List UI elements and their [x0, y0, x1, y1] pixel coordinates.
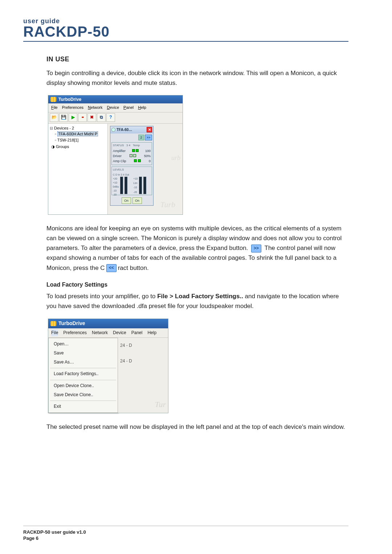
mute-button-3[interactable]: On — [122, 197, 131, 204]
driver-label: Driver — [113, 153, 122, 159]
menu-separator — [50, 380, 116, 380]
doc-title: RACKDP-50 — [23, 24, 348, 39]
side-value-0: 24 - D — [118, 338, 168, 353]
monicon-titlebar[interactable]: TFA-60… ✕ — [110, 126, 153, 134]
menu-panel[interactable]: Panel — [123, 104, 134, 111]
menu-item-load-factory[interactable]: Load Factory Settings.. — [49, 369, 118, 378]
doc-header: user guide RACKDP-50 — [23, 17, 348, 42]
menu-item-exit[interactable]: Exit — [49, 402, 118, 411]
close-icon[interactable]: ✕ — [147, 127, 152, 132]
play-icon[interactable]: ▶ — [69, 113, 77, 122]
app-logo-icon — [50, 321, 56, 326]
menu-preferences[interactable]: Preferences — [62, 104, 83, 111]
window-title: TurboDrive — [58, 96, 81, 103]
menu-device[interactable]: Device — [107, 104, 119, 111]
menu-panel[interactable]: Panel — [131, 329, 143, 336]
menu-file[interactable]: File — [51, 329, 58, 336]
menu-item-open-clone[interactable]: Open Device Clone.. — [49, 381, 118, 390]
disconnect-icon[interactable]: ✖ — [87, 113, 96, 122]
paragraph-monicons: Monicons are ideal for keeping an eye on… — [46, 223, 348, 273]
paragraph-load: To load presets into your amplifier, go … — [46, 291, 348, 311]
menu-item-save-as[interactable]: Save As… — [49, 358, 118, 367]
toolbar: 📂 💾 ▶ •• ✖ ⧉ ? — [48, 112, 183, 124]
paragraph-intro: To begin controlling a device, double cl… — [46, 68, 348, 88]
window-titlebar[interactable]: TurboDrive — [48, 95, 183, 103]
menu-item-save[interactable]: Save — [49, 349, 118, 358]
level-bar-out-3 — [139, 177, 142, 194]
subsection-load-factory: Load Factory Settings — [46, 280, 348, 290]
file-dropdown[interactable]: Open… Save Save As… Load Factory Setting… — [48, 338, 118, 413]
device-tree[interactable]: Devices - 2 TFA-600H Act Midhl P TSW-218… — [48, 124, 108, 214]
menu-file[interactable]: File — [51, 104, 58, 111]
menu-preferences[interactable]: Preferences — [63, 329, 87, 336]
workspace-canvas: urb Turb TFA-60… ✕ 2 >> — [108, 124, 183, 214]
clip-label: Amp Clip — [113, 159, 126, 164]
watermark-text: Tur — [155, 398, 166, 411]
monicon-window[interactable]: TFA-60… ✕ 2 >> STATUS 3 4 Temp Amplifier… — [110, 126, 154, 206]
help-icon[interactable]: ? — [106, 113, 115, 122]
levels-panel: LEVELS C D In 3 4 Out +20 +10 0dBu -10 -… — [111, 167, 152, 195]
watermark-text: urb — [171, 153, 180, 163]
menu-separator — [50, 368, 116, 368]
menu-network[interactable]: Network — [92, 329, 108, 336]
contract-button-icon: << — [106, 264, 117, 272]
amp-label: Amplifier — [113, 148, 126, 153]
menu-help[interactable]: Help — [147, 329, 156, 336]
mute-button-4[interactable]: On — [132, 197, 142, 204]
menu-bar[interactable]: File Preferences Network Device Panel He… — [48, 328, 168, 338]
open-icon[interactable]: 📂 — [50, 113, 58, 122]
level-bar-in-c — [120, 177, 123, 194]
layers-icon[interactable]: ⧉ — [97, 113, 106, 122]
connect-icon[interactable]: •• — [78, 113, 87, 122]
menu-help[interactable]: Help — [138, 104, 146, 111]
menu-separator — [50, 401, 116, 401]
menu-item-open[interactable]: Open… — [49, 340, 118, 349]
section-in-use: IN USE — [46, 54, 348, 65]
expand-button-icon: >> — [251, 245, 261, 253]
monicon-page-number[interactable]: 2 — [138, 135, 144, 140]
menu-device[interactable]: Device — [113, 329, 126, 336]
paragraph-selected: The selected preset name will now be dis… — [46, 422, 348, 432]
status-panel: STATUS 3 4 Temp Amplifier 100 Driver 50%… — [111, 142, 152, 165]
page-footer: RACKDP-50 user guide v1.0 Page 6 — [23, 526, 348, 542]
status-led-icon — [111, 128, 115, 132]
screenshot-file-menu: TurboDrive File Preferences Network Devi… — [48, 319, 168, 414]
level-bar-in-d — [124, 177, 127, 194]
app-logo-icon — [50, 97, 56, 102]
side-value-1: 24 - D — [118, 353, 168, 369]
watermark-text: Turb — [160, 198, 175, 211]
footer-line-1: RACKDP-50 user guide v1.0 — [23, 529, 348, 535]
window-title: TurboDrive — [58, 319, 85, 327]
window-titlebar[interactable]: TurboDrive — [48, 319, 168, 328]
tree-item-1[interactable]: TSW-218[1] — [50, 137, 106, 143]
menu-network[interactable]: Network — [88, 104, 102, 111]
tree-root[interactable]: Devices - 2 — [50, 125, 106, 131]
save-icon[interactable]: 💾 — [59, 113, 68, 122]
tree-item-0[interactable]: TFA-600H Act Midhl P — [57, 131, 98, 136]
level-bar-out-4 — [143, 177, 146, 194]
screenshot-turbodrive-monicon: TurboDrive File Preferences Network Devi… — [48, 95, 183, 215]
monicon-title: TFA-60… — [117, 127, 132, 133]
expand-button[interactable]: >> — [145, 135, 152, 140]
footer-line-2: Page 6 — [23, 535, 348, 542]
menu-bar[interactable]: File Preferences Network Device Panel He… — [48, 103, 183, 112]
tree-groups[interactable]: Groups — [50, 144, 106, 150]
menu-item-save-clone[interactable]: Save Device Clone.. — [49, 390, 118, 399]
